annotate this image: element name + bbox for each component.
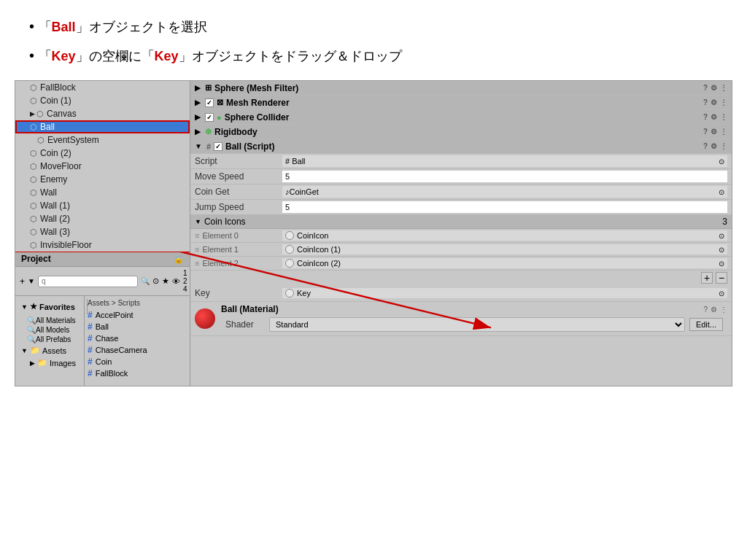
ball-material-menu-icon[interactable]: ⋮ xyxy=(720,306,727,314)
script-field-row: Script # Ball ⊙ xyxy=(190,154,732,169)
add-element-button[interactable]: + xyxy=(701,272,713,284)
coin-get-circle-btn[interactable]: ⊙ xyxy=(719,188,724,196)
project-content: ▼ ★ Favorites 🔍 All Materials 🔍 All Mode… xyxy=(15,296,190,386)
script-circle-btn[interactable]: ⊙ xyxy=(719,158,724,166)
hierarchy-item-canvas[interactable]: ▶ ⬡ Canvas xyxy=(15,107,190,120)
script-ball[interactable]: # Ball xyxy=(88,321,187,332)
hierarchy-item-movefloor[interactable]: ⬡ MoveFloor xyxy=(15,160,190,173)
rigidbody-settings-icon[interactable]: ⚙ xyxy=(711,128,717,136)
canvas-arrow: ▶ xyxy=(30,110,35,117)
element-2-handle: ≡ xyxy=(195,259,199,268)
assets-label[interactable]: ▼ 📁 Assets xyxy=(18,344,81,357)
jump-speed-value[interactable]: 5 xyxy=(282,201,727,213)
hierarchy-item-key[interactable]: ⬡ Key xyxy=(15,252,190,252)
element-1-value[interactable]: CoinIcon (1) ⊙ xyxy=(282,244,727,254)
hierarchy-item-coin2[interactable]: ⬡ Coin (2) xyxy=(15,147,190,160)
mesh-renderer-help-icon[interactable]: ? xyxy=(703,98,708,106)
filter-icon[interactable]: ⊙ xyxy=(152,276,159,286)
key-circle-btn[interactable]: ⊙ xyxy=(719,289,724,298)
star-fav-icon: ★ xyxy=(30,302,37,311)
script-chase[interactable]: # Chase xyxy=(88,332,187,344)
instruction-2: 「Key」の空欄に「Key」オブジェクトをドラッグ＆ドロップ xyxy=(29,42,725,69)
element-0-circle-btn[interactable]: ⊙ xyxy=(719,232,724,240)
mesh-renderer-settings-icon[interactable]: ⚙ xyxy=(711,98,717,106)
mesh-renderer-menu-icon[interactable]: ⋮ xyxy=(720,98,727,106)
ball-material-help-icon[interactable]: ? xyxy=(703,306,708,314)
hierarchy-item-fallblock[interactable]: ⬡ FallBlock xyxy=(15,81,190,94)
favorites-header[interactable]: ▼ ★ Favorites xyxy=(18,299,88,314)
instruction-1: 「Ball」オブジェクトを選択 xyxy=(29,13,725,39)
fav-all-prefabs[interactable]: 🔍 All Prefabs xyxy=(18,335,81,344)
sphere-collider-menu-icon[interactable]: ⋮ xyxy=(720,113,727,121)
script-fallblock[interactable]: # FallBlock xyxy=(88,368,187,379)
mesh-filter-triangle: ▶ xyxy=(195,84,201,92)
sphere-mesh-filter-header[interactable]: ▶ ⊞ Sphere (Mesh Filter) ? ⚙ ⋮ xyxy=(190,81,732,96)
project-toolbar[interactable]: + ▼ 🔍 ⊙ ★ 👁 1 2 4 xyxy=(15,267,190,296)
add-button[interactable]: + xyxy=(20,276,25,287)
ball-script-header[interactable]: ▼ # ✓ Ball (Script) ? ⚙ ⋮ xyxy=(190,139,732,154)
invisiblefloor-icon: ⬡ xyxy=(30,241,37,250)
mesh-filter-menu-icon[interactable]: ⋮ xyxy=(720,84,727,92)
shader-edit-button[interactable]: Edit... xyxy=(689,318,723,331)
project-title: Project xyxy=(21,254,51,264)
coin-get-value[interactable]: ♪ CoinGet ⊙ xyxy=(282,186,727,198)
hierarchy-item-enemy[interactable]: ⬡ Enemy xyxy=(15,173,190,186)
screenshot-area: ⬡ FallBlock ⬡ Coin (1) ▶ ⬡ Canvas ⬡ Ball… xyxy=(15,80,732,386)
hierarchy-item-invisiblefloor[interactable]: ⬡ InvisibleFloor xyxy=(15,238,190,252)
element-2-circle-btn[interactable]: ⊙ xyxy=(719,260,724,268)
fav-all-materials[interactable]: 🔍 All Materials xyxy=(18,316,81,325)
move-speed-value[interactable]: 5 xyxy=(282,171,727,182)
mesh-renderer-grid-icon: ⊠ xyxy=(217,98,223,107)
ball-sphere-preview xyxy=(195,308,215,329)
script-accelpoint[interactable]: # AccelPoint xyxy=(88,309,187,321)
script-chasecamera[interactable]: # ChaseCamera xyxy=(88,344,187,356)
sphere-collider-triangle: ▶ xyxy=(195,113,201,121)
coin-icons-header[interactable]: ▼ Coin Icons 3 xyxy=(190,215,732,229)
hierarchy-item-wall[interactable]: ⬡ Wall xyxy=(15,186,190,199)
project-search-input[interactable] xyxy=(38,276,138,287)
sphere-collider-settings-icon[interactable]: ⚙ xyxy=(711,113,717,121)
eye-icon[interactable]: 👁 xyxy=(172,277,180,286)
shader-select[interactable]: Standard xyxy=(269,317,685,332)
sphere-collider-toggle: ▶ ✓ ● Sphere Collider xyxy=(195,112,289,122)
fav-all-models[interactable]: 🔍 All Models xyxy=(18,325,81,335)
mesh-renderer-checkbox[interactable]: ✓ xyxy=(205,98,214,107)
star-icon[interactable]: ★ xyxy=(162,276,169,286)
element-2-value[interactable]: CoinIcon (2) ⊙ xyxy=(282,258,727,268)
ball-script-help-icon[interactable]: ? xyxy=(703,142,708,150)
hierarchy-item-wall2[interactable]: ⬡ Wall (2) xyxy=(15,212,190,225)
element-0-circle-icon xyxy=(285,231,294,240)
ball-script-settings-icon[interactable]: ⚙ xyxy=(711,142,717,150)
key-keyword-2: Key xyxy=(155,49,179,63)
ball-material-settings-icon[interactable]: ⚙ xyxy=(711,306,717,314)
images-folder[interactable]: ▶ 📁 Images xyxy=(27,357,81,369)
ball-icon: ⬡ xyxy=(30,122,37,132)
element-1-circle-btn[interactable]: ⊙ xyxy=(719,246,724,254)
sphere-collider-header[interactable]: ▶ ✓ ● Sphere Collider ? ⚙ ⋮ xyxy=(190,110,732,125)
rigidbody-header[interactable]: ▶ ⊕ Rigidbody ? ⚙ ⋮ xyxy=(190,125,732,139)
jump-speed-label: Jump Speed xyxy=(195,202,282,212)
element-0-value[interactable]: CoinIcon ⊙ xyxy=(282,230,727,241)
movefloor-icon: ⬡ xyxy=(30,162,37,171)
hierarchy-item-eventsystem[interactable]: ⬡ EventSystem xyxy=(15,133,190,147)
ball-script-menu-icon[interactable]: ⋮ xyxy=(720,142,727,150)
mesh-filter-help-icon[interactable]: ? xyxy=(703,84,708,92)
remove-element-button[interactable]: − xyxy=(716,272,727,284)
script-coin[interactable]: # Coin xyxy=(88,356,187,368)
rigidbody-help-icon[interactable]: ? xyxy=(703,128,708,136)
hierarchy-item-ball[interactable]: ⬡ Ball xyxy=(15,120,190,133)
hierarchy-item-coin1[interactable]: ⬡ Coin (1) xyxy=(15,94,190,107)
rigidbody-menu-icon[interactable]: ⋮ xyxy=(720,128,727,136)
hierarchy-item-wall1[interactable]: ⬡ Wall (1) xyxy=(15,199,190,212)
mesh-renderer-header[interactable]: ▶ ✓ ⊠ Mesh Renderer ? ⚙ ⋮ xyxy=(190,96,732,110)
hierarchy-item-wall3[interactable]: ⬡ Wall (3) xyxy=(15,225,190,238)
shader-row: Shader Standard Edit... xyxy=(221,316,727,333)
script-field-value[interactable]: # Ball ⊙ xyxy=(282,155,727,167)
key-field-value[interactable]: Key ⊙ xyxy=(282,288,727,298)
sphere-collider-checkbox[interactable]: ✓ xyxy=(205,113,214,122)
images-folder-icon: 📁 xyxy=(37,358,47,368)
mesh-filter-settings-icon[interactable]: ⚙ xyxy=(711,84,717,92)
hash-icon-chase: # xyxy=(88,333,93,343)
ball-script-checkbox[interactable]: ✓ xyxy=(214,142,222,151)
sphere-collider-help-icon[interactable]: ? xyxy=(703,113,708,121)
